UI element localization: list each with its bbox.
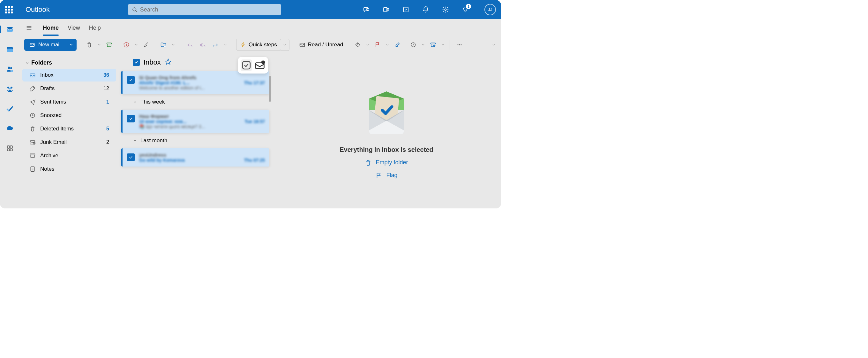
pin-button[interactable] <box>392 39 403 51</box>
folder-notes[interactable]: Notes <box>22 163 116 175</box>
tab-help[interactable]: Help <box>89 23 101 33</box>
snooze-button[interactable] <box>407 39 419 51</box>
notifications-icon[interactable] <box>422 6 430 13</box>
folder-drafts[interactable]: Drafts 12 <box>22 82 116 95</box>
flag-dropdown[interactable] <box>384 43 390 47</box>
forward-button[interactable] <box>210 39 221 51</box>
svg-rect-31 <box>431 43 436 44</box>
message-preview: Welcome to another edition of t... <box>139 85 265 90</box>
message-group-header[interactable]: This week <box>119 95 272 108</box>
folder-archive[interactable]: Archive <box>22 149 116 162</box>
tips-icon[interactable]: 1 <box>461 6 469 13</box>
folder-count: 36 <box>103 72 109 78</box>
search-field[interactable] <box>128 4 281 15</box>
message-item[interactable]: Si Quan Ong from Ahrefs Ahrefs' Digest #… <box>121 71 269 94</box>
message-item[interactable]: Наш Формат 10 книг серпня: нов...Tue 18:… <box>121 110 269 133</box>
empty-folder-action[interactable]: Empty folder <box>365 159 408 166</box>
categorize-dropdown[interactable] <box>365 43 371 47</box>
ribbon-collapse[interactable] <box>491 43 497 47</box>
folder-deleted[interactable]: Deleted Items 5 <box>22 122 116 135</box>
rules-button[interactable] <box>427 39 439 51</box>
checkbox-icon[interactable] <box>127 154 135 161</box>
tab-view[interactable]: View <box>68 23 80 33</box>
reply-button[interactable] <box>184 39 196 51</box>
settings-icon[interactable] <box>442 6 449 13</box>
svg-point-0 <box>133 8 136 11</box>
select-mode-icon[interactable] <box>241 59 252 71</box>
toolbar-separator <box>450 40 450 50</box>
categorize-button[interactable] <box>352 39 364 51</box>
folder-label: Drafts <box>40 85 99 92</box>
message-item[interactable]: yesUndress Go wild by KomarovaThu 07:25 <box>121 148 269 167</box>
folder-count: 5 <box>106 126 109 132</box>
quick-steps-button[interactable]: Quick steps <box>236 39 281 51</box>
scrollbar[interactable] <box>269 76 271 102</box>
search-input[interactable] <box>140 6 277 13</box>
message-list-title: Inbox <box>144 58 161 66</box>
svg-point-12 <box>10 67 12 69</box>
app-rail <box>0 19 20 209</box>
move-to-dropdown[interactable] <box>170 43 176 47</box>
rail-people[interactable] <box>5 64 14 74</box>
folder-label: Sent Items <box>40 99 102 105</box>
message-subject: 10 книг серпня: нов... <box>139 119 186 124</box>
header-bar: Outlook 1 JJ <box>0 0 501 19</box>
delete-dropdown[interactable] <box>96 43 102 47</box>
folder-label: Deleted Items <box>40 126 102 132</box>
move-to-button[interactable] <box>158 39 169 51</box>
folder-snoozed[interactable]: Snoozed <box>22 109 116 122</box>
filter-icon[interactable] <box>254 59 266 71</box>
more-options-button[interactable] <box>454 39 465 51</box>
rail-onedrive[interactable] <box>5 124 14 133</box>
account-avatar[interactable]: JJ <box>485 4 496 15</box>
rail-groups[interactable] <box>5 84 14 93</box>
svg-point-47 <box>262 61 265 64</box>
checkbox-icon[interactable] <box>127 76 135 84</box>
report-button[interactable] <box>121 39 132 51</box>
select-all-checkbox[interactable] <box>133 59 140 66</box>
rail-calendar[interactable] <box>5 45 14 54</box>
app-launcher-icon[interactable] <box>5 6 13 13</box>
toggle-nav-icon[interactable] <box>24 23 34 33</box>
message-subject: Ahrefs' Digest #196: L... <box>139 80 190 85</box>
folder-sent[interactable]: Sent Items 1 <box>22 95 116 108</box>
message-sender: Наш Формат <box>139 113 265 119</box>
report-dropdown[interactable] <box>133 43 139 47</box>
folder-junk[interactable]: Junk Email 2 <box>22 136 116 149</box>
checkbox-icon[interactable] <box>127 115 135 122</box>
quick-steps-dropdown[interactable] <box>280 39 289 51</box>
tab-home[interactable]: Home <box>43 23 59 33</box>
read-unread-button[interactable]: Read / Unread <box>296 42 347 48</box>
respond-dropdown[interactable] <box>222 43 228 47</box>
rail-todo[interactable] <box>5 104 14 113</box>
folders-header[interactable]: Folders <box>20 58 119 68</box>
toolbar-separator <box>180 40 180 50</box>
rail-more-apps[interactable] <box>5 144 14 153</box>
flag-button[interactable] <box>372 39 383 51</box>
favorite-folder-icon[interactable] <box>165 58 172 66</box>
message-subject: Go wild by Komarova <box>139 158 185 163</box>
snooze-dropdown[interactable] <box>420 43 426 47</box>
my-day-icon[interactable] <box>402 6 410 13</box>
new-mail-dropdown[interactable] <box>66 39 76 51</box>
folder-label: Inbox <box>40 72 99 78</box>
flag-action[interactable]: Flag <box>375 172 397 179</box>
svg-rect-40 <box>30 154 35 155</box>
new-mail-button[interactable]: New mail <box>24 39 66 51</box>
reply-all-button[interactable] <box>197 39 208 51</box>
delete-button[interactable] <box>84 39 95 51</box>
message-group-header[interactable]: Last month <box>119 134 272 147</box>
ribbon-tabs: Home View Help <box>20 19 501 36</box>
message-time: Tue 18:57 <box>244 119 265 124</box>
teams-call-icon[interactable] <box>382 6 390 13</box>
folder-inbox[interactable]: Inbox 36 <box>22 69 116 82</box>
rail-mail[interactable] <box>5 25 14 34</box>
teams-chat-icon[interactable] <box>363 6 370 13</box>
svg-point-13 <box>7 87 9 88</box>
rules-dropdown[interactable] <box>440 43 446 47</box>
svg-rect-18 <box>7 149 9 151</box>
archive-button[interactable] <box>103 39 115 51</box>
folder-count: 12 <box>103 86 109 91</box>
sweep-button[interactable] <box>141 39 152 51</box>
svg-point-26 <box>126 46 126 46</box>
